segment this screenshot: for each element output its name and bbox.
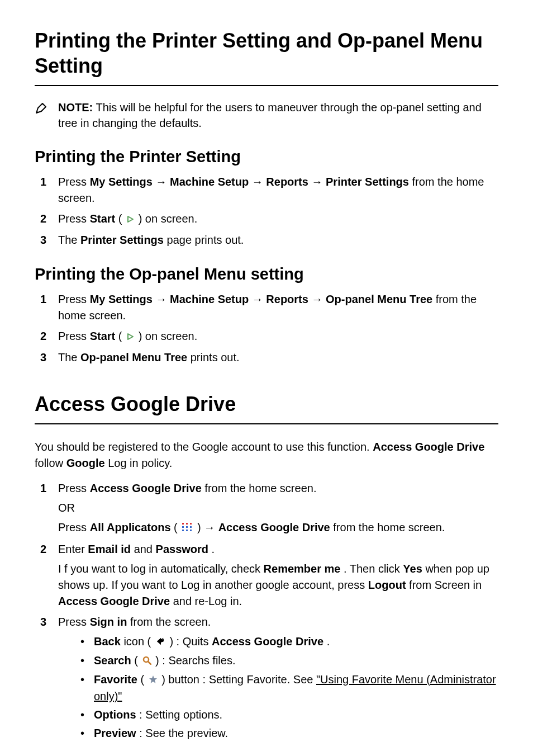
note-block: NOTE: This will be helpful for the users… bbox=[35, 100, 498, 131]
text: Press bbox=[58, 521, 90, 533]
svg-rect-6 bbox=[186, 526, 188, 528]
arrow-icon: → bbox=[252, 174, 263, 190]
bold-text: Op-panel Menu Tree bbox=[80, 351, 187, 363]
text: from Screen in bbox=[409, 579, 482, 591]
bullet-item: Favorite ( ) button : Setting Favorite. … bbox=[58, 672, 498, 705]
step-item: The Op-panel Menu Tree prints out. bbox=[35, 349, 498, 366]
note-text: NOTE: This will be helpful for the users… bbox=[58, 100, 498, 131]
intro-paragraph: You should be registered to the Google a… bbox=[35, 439, 498, 471]
svg-marker-1 bbox=[128, 334, 133, 339]
svg-rect-5 bbox=[182, 526, 184, 528]
svg-marker-13 bbox=[149, 675, 157, 683]
apps-grid-icon bbox=[182, 521, 193, 537]
text: prints out. bbox=[191, 351, 240, 363]
text: : Setting options. bbox=[139, 708, 222, 721]
text: and bbox=[134, 543, 156, 555]
arrow-icon: → bbox=[204, 519, 215, 536]
text: ) on screen. bbox=[139, 330, 198, 342]
bold-text: Access Google Drive bbox=[218, 521, 330, 533]
pencil-icon bbox=[35, 101, 48, 117]
step-item: Press My Settings → Machine Setup → Repo… bbox=[35, 291, 498, 324]
text: . Then click bbox=[344, 563, 403, 575]
or-text: OR bbox=[58, 500, 498, 516]
text: follow bbox=[35, 457, 66, 469]
section-heading-op-panel: Printing the Op-panel Menu setting bbox=[35, 265, 498, 284]
steps-list: Press My Settings → Machine Setup → Repo… bbox=[35, 174, 498, 248]
svg-rect-10 bbox=[190, 530, 192, 531]
text: icon ( bbox=[123, 635, 151, 648]
bold-text: Google bbox=[66, 457, 105, 469]
svg-marker-0 bbox=[128, 216, 133, 222]
text: You should be registered to the Google a… bbox=[35, 441, 373, 453]
text: Press bbox=[58, 176, 90, 188]
arrow-icon: → bbox=[311, 174, 322, 190]
text: ) on screen. bbox=[139, 212, 198, 225]
star-icon bbox=[149, 672, 158, 688]
bold-text: Logout bbox=[368, 579, 406, 591]
bullet-item: Options : Setting options. bbox=[58, 707, 498, 723]
text: Enter bbox=[58, 543, 88, 555]
bold-text: Email id bbox=[88, 543, 131, 555]
text: . bbox=[327, 635, 330, 648]
bullet-list: Back icon ( ) : Quits Access Google Driv… bbox=[58, 634, 498, 742]
note-label: NOTE: bbox=[58, 101, 93, 114]
text: Press bbox=[58, 616, 90, 628]
text: Press bbox=[58, 293, 90, 305]
text: and re-Log in. bbox=[173, 595, 242, 607]
arrow-icon: → bbox=[156, 174, 167, 190]
bold-text: Access Google Drive bbox=[373, 441, 484, 453]
svg-line-12 bbox=[148, 662, 151, 664]
text: ) : Quits bbox=[169, 635, 212, 648]
bold-text: Printer Settings bbox=[80, 234, 164, 246]
page-title-2: Access Google Drive bbox=[35, 391, 498, 417]
svg-rect-2 bbox=[182, 523, 184, 525]
document-page: Printing the Printer Setting and Op-pane… bbox=[0, 0, 533, 756]
bold-text: Password bbox=[156, 543, 208, 555]
text: ( bbox=[118, 330, 122, 342]
step-item: Enter Email id and Password . I f you wa… bbox=[35, 541, 498, 609]
text: from the screen. bbox=[130, 616, 211, 628]
section-heading-printer-setting: Printing the Printer Setting bbox=[35, 148, 498, 166]
text: ( bbox=[134, 654, 141, 667]
step-item: Press My Settings → Machine Setup → Repo… bbox=[35, 174, 498, 206]
text: ( bbox=[118, 212, 122, 225]
arrow-icon: → bbox=[156, 291, 167, 308]
text: The bbox=[58, 234, 80, 246]
bold-text: Machine Setup bbox=[170, 293, 249, 305]
bold-text: Reports bbox=[266, 293, 308, 305]
play-icon bbox=[126, 329, 134, 345]
step-item: Press Sign in from the screen. Back icon… bbox=[35, 614, 498, 742]
page-title-1: Printing the Printer Setting and Op-pane… bbox=[35, 28, 498, 78]
divider bbox=[35, 423, 498, 424]
bold-text: Access Google Drive bbox=[90, 482, 202, 494]
steps-list: Press My Settings → Machine Setup → Repo… bbox=[35, 291, 498, 366]
bold-text: Remember me bbox=[264, 563, 341, 575]
play-icon bbox=[126, 211, 134, 228]
step-item: Press Start ( ) on screen. bbox=[35, 328, 498, 345]
section-block: Access Google Drive bbox=[35, 391, 498, 424]
text: : See the preview. bbox=[139, 727, 228, 739]
back-arrow-icon bbox=[155, 634, 165, 650]
bullet-item: Preview : See the preview. bbox=[58, 725, 498, 741]
bold-text: Op-panel Menu Tree bbox=[326, 293, 432, 305]
text: The bbox=[58, 351, 80, 363]
bold-text: My Settings bbox=[90, 293, 153, 305]
bold-text: Reports bbox=[266, 176, 308, 188]
bold-text: Start bbox=[90, 212, 116, 225]
text: ( bbox=[174, 521, 178, 533]
svg-rect-7 bbox=[190, 526, 192, 528]
search-icon bbox=[142, 653, 151, 669]
bold-text: All Applicatons bbox=[90, 521, 171, 533]
text: from the home screen. bbox=[333, 521, 445, 533]
text: ( bbox=[140, 673, 147, 686]
text: . bbox=[212, 543, 215, 555]
sub-paragraph: I f you want to log in automatically, ch… bbox=[58, 561, 498, 609]
bold-text: Yes bbox=[403, 563, 422, 575]
bold-text: Search bbox=[94, 654, 131, 667]
text: page prints out. bbox=[167, 234, 244, 246]
text: I f you want to log in automatically, ch… bbox=[58, 563, 264, 575]
arrow-icon: → bbox=[252, 291, 263, 308]
bold-text: Access Google Drive bbox=[58, 595, 170, 607]
bold-text: Options bbox=[94, 708, 136, 721]
bold-text: Preview bbox=[94, 727, 136, 739]
